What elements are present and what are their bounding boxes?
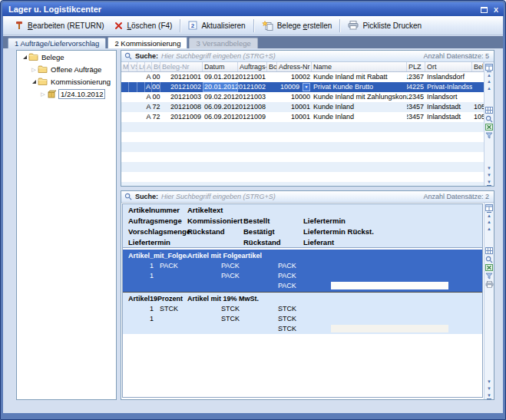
cell-adress[interactable]: 10000	[277, 92, 312, 102]
cell-box[interactable]	[267, 112, 277, 122]
tree-item-1-24-10-2012[interactable]: ▷1/24.10.2012	[17, 88, 116, 100]
tab-auftraege-liefervorschlag[interactable]: 1 Aufträge/Liefervorschlag	[8, 38, 106, 48]
cell-auftrag[interactable]: 20121008	[238, 102, 267, 112]
cell-a[interactable]: A	[145, 82, 152, 92]
cell-bg[interactable]: 00	[152, 82, 160, 92]
orders-search-bar[interactable]: Suche: Hier Suchbegriff eingeben (STRG+S…	[121, 51, 494, 62]
cell-beleg[interactable]: 20121008	[160, 102, 203, 112]
cell-bg[interactable]: 72	[152, 102, 160, 112]
cell-plz[interactable]: 34225	[407, 82, 425, 92]
cell-lo[interactable]	[137, 92, 145, 102]
cell-ort[interactable]: Inslandsdorf	[425, 72, 472, 82]
row-down-icon[interactable]: ▼	[487, 165, 491, 172]
cell-ort[interactable]: Inlandstadt	[425, 102, 472, 112]
table-row[interactable]: A722012100806.09.20122012100810001Kunde …	[121, 102, 484, 112]
cell-bel[interactable]	[472, 92, 484, 102]
tree-item-offene-auftr-ge[interactable]: ▷Offene Aufträge	[17, 63, 116, 75]
table-view-icon[interactable]	[485, 246, 493, 255]
cell-vs[interactable]	[129, 72, 137, 82]
cell-box[interactable]	[267, 72, 277, 82]
cell-a[interactable]: A	[145, 112, 152, 122]
cell-lo[interactable]	[137, 72, 145, 82]
zoom-icon[interactable]	[485, 255, 493, 263]
column-header-vs[interactable]: VS	[129, 62, 137, 71]
cell-datum[interactable]: 06.09.2012	[203, 112, 238, 122]
scroll-to-top-icon[interactable]: ▲	[487, 212, 491, 219]
orders-search-input[interactable]: Hier Suchbegriff eingeben (STRG+S)	[161, 52, 420, 60]
table-row[interactable]: A002012100109.01.20122012100110002Kunde …	[121, 72, 484, 82]
cell-name[interactable]: Privat Kunde Brutto	[312, 82, 407, 92]
collapse-arrow-icon[interactable]	[21, 55, 28, 59]
cell-bel[interactable]	[472, 82, 484, 92]
position-record-artikel19prozent[interactable]: Artikel19ProzentArtikel mit 19% MwSt.1ST…	[123, 292, 482, 334]
expand-arrow-icon[interactable]: ▷	[30, 67, 38, 72]
cell-plz[interactable]: 23457	[407, 102, 425, 112]
zoom-icon[interactable]	[485, 114, 493, 123]
cell-beleg[interactable]: 20121001	[160, 72, 203, 82]
dropdown-button[interactable]: ▼	[303, 83, 310, 91]
excel-export-icon[interactable]	[485, 263, 493, 272]
create-documents-button[interactable]: Belege erstellen	[256, 19, 338, 32]
filter-icon[interactable]	[485, 131, 493, 140]
print-picklist-button[interactable]: Pickliste Drucken	[342, 19, 427, 31]
cell-adress[interactable]: 10001	[277, 112, 312, 122]
column-header-lo[interactable]: LO	[137, 62, 145, 71]
close-window-icon[interactable]: X	[494, 6, 498, 14]
cell-box[interactable]	[267, 92, 277, 102]
cell-adress[interactable]: 10002	[277, 72, 312, 82]
cell-name[interactable]: Kunde Inland	[312, 112, 407, 122]
cell-beleg[interactable]: 20121002	[160, 82, 203, 92]
tree-item-kommissionierung[interactable]: Kommissionierung	[17, 75, 116, 88]
cell-beleg[interactable]: 20121009	[160, 112, 203, 122]
cell-bg[interactable]: 00	[152, 72, 160, 82]
column-header-beleg[interactable]: Beleg-Nr	[160, 62, 203, 71]
row-up-icon[interactable]: ▲	[487, 85, 491, 92]
page-down-icon[interactable]: ▼	[487, 385, 491, 392]
row-up-icon[interactable]: ▲	[487, 226, 491, 233]
cell-a[interactable]: A	[145, 92, 152, 102]
cell-m[interactable]	[121, 102, 129, 112]
record-input-field[interactable]	[331, 325, 448, 332]
cell-auftrag[interactable]: 20121009	[238, 112, 267, 122]
cell-ort[interactable]: Privat-Inlandsstadt	[425, 82, 472, 92]
table-row[interactable]: A722012100906.09.20122012100910001Kunde …	[121, 112, 484, 122]
cell-ort[interactable]: Inlandstadt	[425, 112, 472, 122]
cell-bel[interactable]	[472, 72, 484, 82]
column-header-auftrag[interactable]: Auftrags-Nr.	[238, 62, 267, 71]
cell-vs[interactable]	[129, 82, 137, 92]
cell-datum[interactable]: 20.01.2012	[203, 82, 238, 92]
record-input-field[interactable]	[331, 282, 448, 289]
cell-m[interactable]	[121, 82, 129, 92]
cell-m[interactable]	[121, 72, 129, 82]
cell-plz[interactable]: 12367	[407, 72, 425, 82]
edit-button[interactable]: Bearbeiten (RETURN)	[9, 19, 109, 31]
cell-beleg[interactable]: 20121003	[160, 92, 203, 102]
cell-vs[interactable]	[129, 102, 137, 112]
table-row[interactable]: A002012100309.02.20122012100310000Kunde …	[121, 92, 484, 102]
cell-bg[interactable]: 72	[152, 112, 160, 122]
cell-auftrag[interactable]: 20121001	[238, 72, 267, 82]
title-bar[interactable]: Lager u. Logistikcenter X	[2, 2, 504, 16]
cell-plz[interactable]: 12345	[407, 92, 425, 102]
cell-adress[interactable]: 10001	[277, 102, 312, 112]
cell-lo[interactable]	[137, 102, 145, 112]
column-header-ort[interactable]: Ort	[425, 62, 472, 71]
tree-item-belege[interactable]: Belege	[17, 51, 116, 63]
positions-search-input[interactable]: Hier Suchbegriff eingeben (STRG+S)	[161, 193, 420, 200]
cell-a[interactable]: A	[145, 72, 152, 82]
position-record-artikel-mit-folgeartikel[interactable]: Artikel_mit_FolgeartikelArtikel mit Folg…	[123, 250, 482, 292]
scroll-to-bottom-icon[interactable]: ▼	[487, 179, 491, 186]
cell-auftrag[interactable]: 20121002	[238, 82, 267, 92]
cell-ort[interactable]: Inlandsort	[425, 92, 472, 102]
table-row[interactable]: A002012100220.01.20122012100210009▼Priva…	[121, 82, 484, 92]
column-header-datum[interactable]: Datum	[203, 62, 238, 71]
expand-arrow-icon[interactable]: ▷	[39, 91, 47, 97]
column-header-a[interactable]: A	[145, 62, 152, 71]
print-icon[interactable]	[485, 280, 494, 289]
excel-export-icon[interactable]	[485, 123, 493, 131]
collapse-arrow-icon[interactable]	[30, 80, 38, 84]
cell-adress[interactable]: 10009▼	[277, 82, 312, 92]
tab-kommissionierung[interactable]: 2 Kommissionierung	[107, 37, 187, 48]
page-up-icon[interactable]: ▲	[487, 219, 491, 226]
column-header-bel[interactable]: Bel	[472, 62, 484, 71]
